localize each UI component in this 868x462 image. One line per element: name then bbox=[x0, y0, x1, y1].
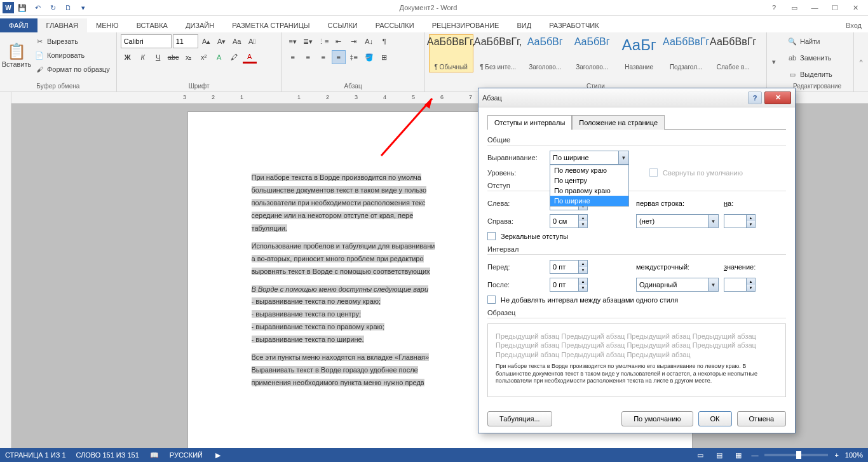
bullets-icon[interactable]: ≡▾ bbox=[286, 34, 300, 48]
alignment-option-2[interactable]: По правому краю bbox=[550, 186, 628, 196]
language-status[interactable]: РУССКИЙ bbox=[170, 451, 203, 459]
zoom-slider[interactable] bbox=[764, 454, 828, 456]
ok-button[interactable]: ОК bbox=[698, 411, 732, 426]
tab-mailings[interactable]: РАССЫЛКИ bbox=[367, 18, 423, 32]
line-spacing-combo[interactable]: Одинарный▼ bbox=[636, 278, 719, 292]
mirror-indents-checkbox[interactable] bbox=[487, 232, 496, 240]
collapse-ribbon-icon[interactable]: ^ bbox=[854, 32, 868, 92]
find-button[interactable]: 🔍Найти bbox=[785, 34, 850, 48]
strikethrough-icon[interactable]: abc bbox=[166, 50, 180, 64]
tab-references[interactable]: ССЫЛКИ bbox=[319, 18, 367, 32]
no-space-checkbox[interactable] bbox=[487, 296, 496, 304]
close-icon[interactable]: ✕ bbox=[848, 1, 863, 14]
zoom-level[interactable]: 100% bbox=[845, 451, 863, 459]
style-item-0[interactable]: АаБбВвГг,¶ Обычный bbox=[429, 34, 473, 72]
default-button[interactable]: По умолчанию bbox=[621, 411, 693, 426]
alignment-option-0[interactable]: По левому краю bbox=[550, 165, 628, 175]
dialog-help-icon[interactable]: ? bbox=[748, 92, 762, 104]
tab-developer[interactable]: РАЗРАБОТЧИК bbox=[540, 18, 607, 32]
highlight-icon[interactable]: 🖍 bbox=[227, 50, 241, 64]
maximize-icon[interactable]: ☐ bbox=[827, 1, 843, 14]
redo-icon[interactable]: ↻ bbox=[46, 1, 60, 15]
tab-file[interactable]: ФАЙЛ bbox=[0, 18, 37, 32]
multilevel-icon[interactable]: ⋮≡ bbox=[316, 34, 330, 48]
tab-insert[interactable]: ВСТАВКА bbox=[128, 18, 177, 32]
tab-line-breaks[interactable]: Положение на странице bbox=[572, 115, 665, 130]
font-family-combo[interactable]: Calibri bbox=[121, 34, 172, 48]
line-spacing-icon[interactable]: ‡≡ bbox=[347, 50, 361, 64]
justify-icon[interactable]: ≡ bbox=[332, 50, 346, 64]
align-left-icon[interactable]: ≡ bbox=[286, 50, 300, 64]
font-size-combo[interactable]: 11 bbox=[173, 34, 198, 48]
numbering-icon[interactable]: ≣▾ bbox=[301, 34, 315, 48]
new-doc-icon[interactable]: 🗋 bbox=[61, 1, 75, 15]
bold-icon[interactable]: Ж bbox=[121, 50, 135, 64]
shading-icon[interactable]: 🪣 bbox=[362, 50, 376, 64]
paste-button[interactable]: 📋 Вставить bbox=[4, 34, 29, 76]
replace-button[interactable]: abЗаменить bbox=[785, 51, 850, 65]
style-item-4[interactable]: АаБгНазвание bbox=[617, 34, 661, 72]
tab-view[interactable]: ВИД bbox=[508, 18, 540, 32]
tab-design[interactable]: ДИЗАЙН bbox=[177, 18, 223, 32]
cancel-button[interactable]: Отмена bbox=[737, 411, 786, 426]
alignment-option-1[interactable]: По центру bbox=[550, 175, 628, 186]
ribbon-display-icon[interactable]: ▭ bbox=[787, 1, 802, 14]
italic-icon[interactable]: К bbox=[136, 50, 150, 64]
select-button[interactable]: ▭Выделить bbox=[785, 67, 850, 81]
first-line-by-spinner[interactable]: ▲▼ bbox=[724, 214, 756, 228]
underline-icon[interactable]: Ч bbox=[151, 50, 165, 64]
superscript-icon[interactable]: x² bbox=[197, 50, 211, 64]
line-spacing-value-spinner[interactable]: ▲▼ bbox=[724, 278, 756, 292]
after-spinner[interactable]: 0 пт▲▼ bbox=[550, 278, 588, 292]
increase-indent-icon[interactable]: ⇥ bbox=[347, 34, 361, 48]
font-color-icon[interactable]: A bbox=[243, 51, 257, 64]
print-layout-icon[interactable]: ▤ bbox=[713, 450, 726, 460]
dialog-titlebar[interactable]: Абзац ? ✕ bbox=[478, 88, 795, 107]
align-right-icon[interactable]: ≡ bbox=[316, 50, 330, 64]
borders-icon[interactable]: ⊞ bbox=[377, 50, 391, 64]
alignment-combo[interactable]: По ширине ▼ По левому краюПо центруПо пр… bbox=[550, 151, 629, 165]
tab-review[interactable]: РЕЦЕНЗИРОВАНИЕ bbox=[423, 18, 508, 32]
help-icon[interactable]: ? bbox=[766, 1, 782, 14]
change-case-icon[interactable]: Aa bbox=[230, 34, 244, 48]
tab-indents-spacing[interactable]: Отступы и интервалы bbox=[487, 115, 572, 130]
copy-button[interactable]: 📄Копировать bbox=[32, 48, 112, 62]
text-effects-icon[interactable]: A bbox=[212, 50, 226, 64]
combo-arrow-icon[interactable]: ▼ bbox=[618, 151, 628, 164]
decrease-font-icon[interactable]: A▾ bbox=[215, 34, 229, 48]
decrease-indent-icon[interactable]: ⇤ bbox=[332, 34, 346, 48]
dialog-close-icon[interactable]: ✕ bbox=[764, 92, 791, 104]
qat-dropdown-icon[interactable]: ▾ bbox=[76, 1, 90, 15]
undo-icon[interactable]: ↶ bbox=[31, 1, 44, 15]
zoom-out-icon[interactable]: — bbox=[751, 451, 758, 459]
web-layout-icon[interactable]: ▦ bbox=[732, 450, 745, 460]
style-item-3[interactable]: АаБбВгЗаголово... bbox=[570, 34, 614, 72]
collapsed-checkbox[interactable] bbox=[649, 168, 658, 177]
styles-more-icon[interactable]: ▾ bbox=[767, 32, 781, 92]
macro-icon[interactable]: ▶ bbox=[213, 450, 223, 460]
tab-layout[interactable]: РАЗМЕТКА СТРАНИЦЫ bbox=[223, 18, 318, 32]
clear-format-icon[interactable]: A⃠ bbox=[245, 34, 259, 48]
read-mode-icon[interactable]: ▭ bbox=[694, 450, 707, 460]
sign-in-label[interactable]: Вход bbox=[839, 18, 868, 32]
tab-menu[interactable]: Меню bbox=[87, 18, 128, 32]
style-item-1[interactable]: АаБбВвГг,¶ Без инте... bbox=[476, 34, 520, 72]
cut-button[interactable]: ✂Вырезать bbox=[32, 34, 112, 48]
indent-right-spinner[interactable]: 0 см▲▼ bbox=[550, 214, 588, 228]
subscript-icon[interactable]: x₂ bbox=[182, 50, 196, 64]
align-center-icon[interactable]: ≡ bbox=[301, 50, 315, 64]
first-line-combo[interactable]: (нет)▼ bbox=[636, 214, 719, 228]
zoom-in-icon[interactable]: + bbox=[834, 451, 838, 459]
alignment-option-3[interactable]: По ширине bbox=[550, 196, 628, 206]
page-status[interactable]: СТРАНИЦА 1 ИЗ 1 bbox=[5, 451, 66, 459]
tab-home[interactable]: ГЛАВНАЯ bbox=[37, 18, 87, 32]
style-item-5[interactable]: АаБбВвГгПодзагол... bbox=[664, 34, 709, 72]
tabs-button[interactable]: Табуляция... bbox=[487, 411, 552, 426]
increase-font-icon[interactable]: A▴ bbox=[200, 34, 214, 48]
sort-icon[interactable]: A↓ bbox=[362, 34, 376, 48]
minimize-icon[interactable]: — bbox=[807, 1, 822, 14]
spelling-icon[interactable]: 📖 bbox=[149, 450, 159, 460]
word-count[interactable]: СЛОВО 151 ИЗ 151 bbox=[76, 451, 139, 459]
format-painter-button[interactable]: 🖌Формат по образцу bbox=[32, 62, 112, 76]
style-item-2[interactable]: АаБбВгЗаголово... bbox=[523, 34, 567, 72]
